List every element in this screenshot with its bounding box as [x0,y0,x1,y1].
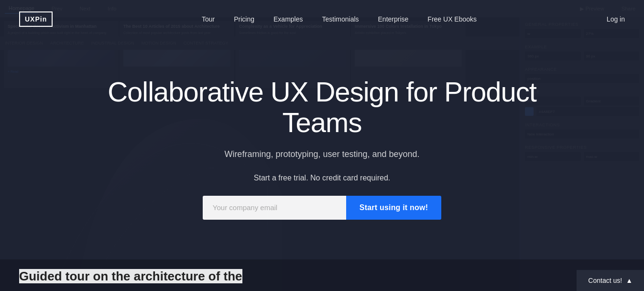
hero-form: Start using it now! [203,196,441,220]
contact-label: Contact us! [588,277,622,284]
nav-login[interactable]: Log in [607,15,625,23]
nav-links: Tour Pricing Examples Testimonials Enter… [81,15,597,23]
nav-pricing[interactable]: Pricing [224,15,264,23]
bottom-preview: Guided tour on the architecture of the [0,259,644,291]
hero-title: Collaborative UX Design for Product Team… [107,77,537,138]
hero-subtitle: Wireframing, prototyping, user testing, … [224,149,419,159]
nav-enterprise[interactable]: Enterprise [369,15,418,23]
hero-section: Collaborative UX Design for Product Team… [0,38,644,291]
hero-cta-text: Start a free trial. No credit card requi… [254,174,390,182]
logo[interactable]: UXPin [19,11,53,27]
nav-tour[interactable]: Tour [192,15,224,23]
bottom-preview-title: Guided tour on the architecture of the [19,269,242,283]
contact-button[interactable]: Contact us! ▲ [577,270,644,291]
start-btn[interactable]: Start using it now! [346,196,441,220]
nav-testimonials[interactable]: Testimonials [313,15,369,23]
chevron-up-icon: ▲ [626,277,633,284]
nav-examples[interactable]: Examples [264,15,312,23]
nav-ebooks[interactable]: Free UX Ebooks [418,15,486,23]
email-input[interactable] [203,196,346,220]
navbar: UXPin Tour Pricing Examples Testimonials… [0,0,644,38]
